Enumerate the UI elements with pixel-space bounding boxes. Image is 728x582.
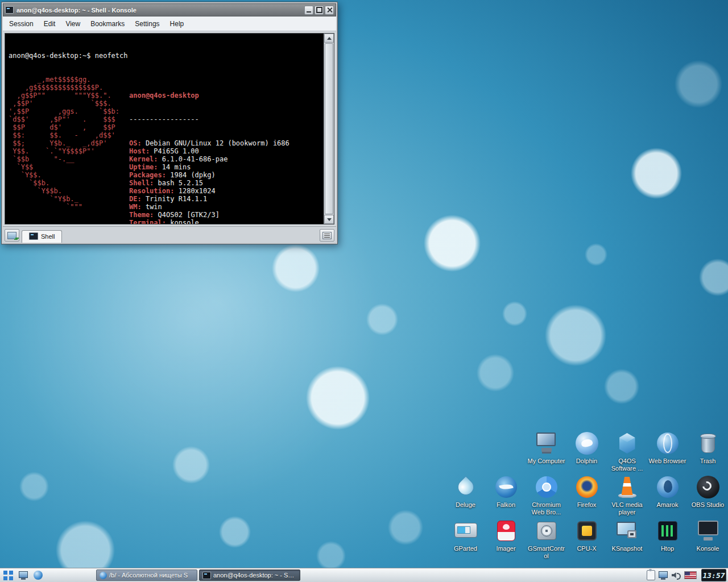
desktop-icon-ksnapshot[interactable]: KSnapshot (607, 518, 647, 562)
start-menu-button[interactable] (2, 569, 15, 581)
arrow-down-icon (327, 218, 332, 221)
software-icon (615, 431, 640, 456)
neofetch-info-line: Host: P4i65G 1.00 (129, 147, 306, 155)
taskbar-tasks: /b/ - Абсолютной нищеты Sanon@q4os-deskt… (96, 569, 300, 581)
show-desktop-button[interactable] (16, 569, 30, 581)
scroll-up-button[interactable] (324, 34, 334, 43)
menu-item-bookmarks[interactable]: Bookmarks (85, 18, 130, 30)
desktop-icon-deluge[interactable]: Deluge (445, 475, 486, 518)
network-monitor-icon[interactable] (659, 571, 668, 580)
neofetch-info: anon@q4os-desktop ----------------- OS: … (129, 76, 306, 224)
falkon-icon (494, 475, 519, 500)
shell-tab-icon (29, 232, 38, 240)
desktop-icon-gsmart[interactable]: GSmartControl (526, 518, 566, 562)
volume-icon[interactable] (671, 571, 681, 580)
neofetch-info-line: OS: Debian GNU/Linux 12 (bookworm) i686 (129, 139, 306, 147)
neofetch-label: Uptime: (129, 163, 158, 171)
taskbar-clock[interactable]: 13:57 (701, 569, 726, 581)
scrollbar-thumb[interactable] (325, 43, 333, 214)
neofetch-info-line: Resolution: 728x582 (129, 187, 306, 195)
desktop-icon-label: OBS Studio (692, 501, 724, 509)
desktop-icon-htop[interactable]: Htop (647, 518, 688, 562)
desktop-icon-vlc[interactable]: VLC media player (607, 475, 647, 518)
gparted-icon (453, 518, 478, 543)
desktop-icon-label: Imager (496, 545, 515, 552)
browser-launcher-button[interactable] (31, 569, 44, 581)
desktop-icon-label: Falkon (497, 501, 515, 509)
desktop-icon-trash[interactable]: Trash (688, 431, 728, 475)
terminal-command-line: anon@q4os-desktop:~$ neofetch (9, 52, 320, 60)
desktop-icon-falkon[interactable]: Falkon (486, 475, 526, 518)
window-title: anon@q4os-desktop: ~ - Shell - Konsole (16, 7, 301, 14)
amarok-icon (655, 475, 680, 500)
desktop-icon-web[interactable]: Web Browser (647, 431, 688, 475)
desktop-icon-konsole[interactable]: Konsole (688, 518, 728, 562)
neofetch-label: OS: (129, 139, 142, 147)
neofetch-label: Resolution: (129, 187, 174, 195)
desktop-icon-label: Firefox (577, 501, 597, 509)
ksnapshot-icon (615, 518, 640, 543)
close-icon (327, 7, 332, 13)
taskbar: /b/ - Абсолютной нищеты Sanon@q4os-deskt… (0, 568, 728, 582)
debian-ascii-art: _,met$$$$$gg. ,g$$$$$$$$$$$$$$$P. ,g$$P"… (9, 76, 129, 224)
konsole-icon (696, 518, 721, 543)
neofetch-label: Host: (129, 147, 150, 155)
close-button[interactable] (325, 6, 334, 15)
minimize-button[interactable] (304, 6, 313, 15)
desktop-icon-firefox[interactable]: Firefox (566, 475, 607, 518)
desktop-icon-cpux[interactable]: CPU-X (566, 518, 607, 562)
tab-shell[interactable]: Shell (22, 230, 62, 243)
session-list-button[interactable] (320, 229, 334, 242)
new-session-button[interactable] (5, 229, 19, 242)
window-controls (304, 6, 334, 15)
menu-item-settings[interactable]: Settings (130, 18, 164, 30)
desktop-icon-obs[interactable]: OBS Studio (688, 475, 728, 518)
desktop-icon-label: Chromium Web Bro... (527, 501, 566, 516)
desktop-icon-label: Dolphin (576, 458, 597, 465)
desktop-icon-row: My ComputerDolphinQ4OS Software ...Web B… (444, 431, 728, 475)
show-desktop-icon (19, 571, 28, 580)
desktop-icon-dolphin[interactable]: Dolphin (566, 431, 607, 475)
terminal-screen[interactable]: anon@q4os-desktop:~$ neofetch _,met$$$$$… (5, 34, 324, 224)
desktop-icon-imager[interactable]: Imager (486, 518, 526, 562)
menu-item-edit[interactable]: Edit (39, 18, 61, 30)
my-computer-icon (534, 431, 559, 456)
neofetch-info-line: Kernel: 6.1.0-41-686-pae (129, 155, 306, 163)
desktop-icon-label: Q4OS Software ... (608, 458, 647, 472)
obs-icon (696, 475, 721, 500)
desktop-icon-my-computer[interactable]: My Computer (526, 431, 566, 475)
minimize-icon (307, 11, 311, 13)
menu-item-view[interactable]: View (60, 18, 85, 30)
taskbar-task-1[interactable]: /b/ - Абсолютной нищеты S (96, 569, 197, 581)
maximize-button[interactable] (315, 6, 324, 15)
scroll-down-button[interactable] (324, 215, 334, 224)
desktop-icon-gparted[interactable]: GParted (445, 518, 486, 562)
terminal-scrollbar[interactable] (324, 34, 334, 224)
desktop-icon-amarok[interactable]: Amarok (647, 475, 688, 518)
neofetch-separator: ----------------- (129, 115, 306, 123)
neofetch-label: DE: (129, 195, 142, 203)
neofetch-info-line: Shell: bash 5.2.15 (129, 179, 306, 187)
globe-icon (100, 572, 107, 579)
firefox-icon (574, 475, 599, 500)
taskbar-task-2[interactable]: anon@q4os-desktop: ~ - Shell (199, 569, 300, 581)
neofetch-value: twin (142, 203, 162, 211)
window-client-area: anon@q4os-desktop:~$ neofetch _,met$$$$$… (3, 31, 336, 226)
desktop-icon-row: GPartedImagerGSmartControlCPU-XKSnapshot… (444, 518, 728, 562)
desktop-icon-software[interactable]: Q4OS Software ... (607, 431, 647, 475)
keyboard-layout-flag-icon[interactable] (684, 571, 697, 579)
neofetch-value: Trinity R14.1.1 (142, 195, 208, 203)
web-icon (655, 431, 680, 456)
q4os-menu-icon (3, 571, 13, 580)
desktop-icon-label: My Computer (527, 458, 565, 465)
neofetch-info-lines: OS: Debian GNU/Linux 12 (bookworm) i686H… (129, 139, 306, 224)
desktop-icon-chromium[interactable]: Chromium Web Bro... (526, 475, 566, 518)
maximize-icon (316, 7, 322, 13)
klipper-icon[interactable] (647, 570, 655, 580)
neofetch-value: P4i65G 1.00 (150, 147, 199, 155)
menu-item-session[interactable]: Session (4, 18, 39, 30)
htop-icon (655, 518, 680, 543)
menu-item-help[interactable]: Help (165, 18, 189, 30)
window-titlebar[interactable]: anon@q4os-desktop: ~ - Shell - Konsole (3, 3, 336, 16)
neofetch-info-line: Packages: 1984 (dpkg) (129, 171, 306, 179)
